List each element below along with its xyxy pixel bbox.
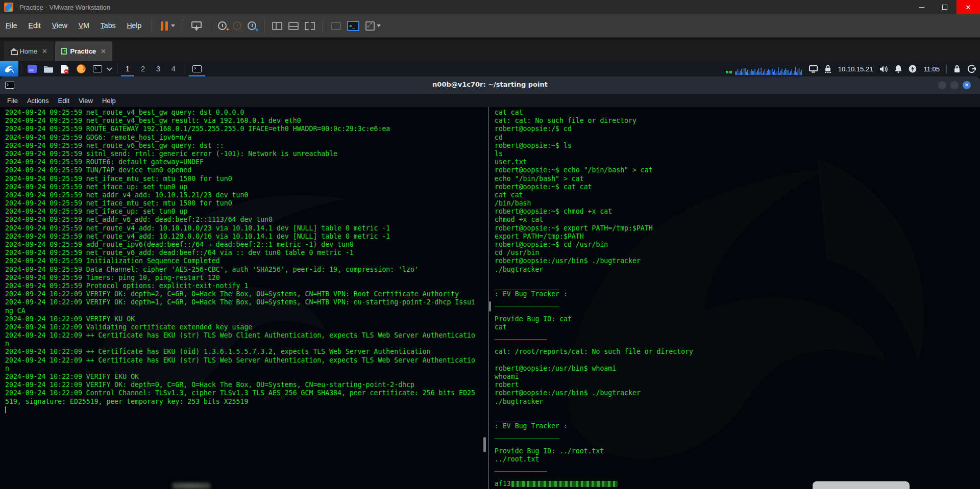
close-button[interactable]: ✕ [957,0,980,14]
vmware-menu-item[interactable]: Help [121,14,147,37]
display-tray-icon[interactable] [809,65,818,73]
console-view-button[interactable]: >_ [344,18,362,34]
chevron-down-icon[interactable] [377,24,381,27]
terminal-shell-line: export PATH=/tmp:$PATH [495,233,980,241]
home-icon [10,48,16,55]
terminal-shell-line: robert@oopsie:/$ cd [495,125,980,133]
terminal-shell-line: robert@oopsie:/usr/bin$ ./bugtracker [495,389,980,397]
clock[interactable]: 11:05 [923,65,940,73]
terminal-pane-left[interactable]: 2024-09-24 09:25:59 net_route_v4_best_gw… [0,107,488,489]
terminal-menu-item[interactable]: Edit [54,97,74,105]
terminal-log-line: 2024-09-24 10:22:09 VERIFY KU OK [5,315,488,323]
vmware-menu-item[interactable]: VM [73,14,95,37]
vmware-tabbar: Home ✕ Practice ✕ [0,38,980,61]
terminal-maximize-button[interactable] [950,81,959,89]
terminal-shell-line: : EV Bug Tracker : [495,290,980,298]
terminal-menu-item[interactable]: Help [97,97,120,105]
firefox-button[interactable] [73,61,89,76]
unity-mode-button[interactable] [328,18,344,34]
document-icon [61,64,69,74]
terminal-log-line: 2024-09-24 09:25:59 GDG6: remote_host_ip… [5,134,488,142]
vmware-menu-item[interactable]: View [46,14,73,37]
green-indicator [729,71,732,73]
show-library-button[interactable] [269,18,285,34]
kali-menu-button[interactable] [0,61,18,76]
vmware-menu-item[interactable]: Tabs [95,14,121,37]
terminal-close-button[interactable]: ✕ [963,81,971,89]
power-manager-icon[interactable] [909,65,917,73]
minimize-button[interactable] [910,0,933,14]
tab-home-label: Home [19,47,37,55]
vmware-menu-item[interactable]: File [0,14,23,37]
terminal-content: 2024-09-24 09:25:59 net_route_v4_best_gw… [0,107,980,489]
vpn-lock-icon[interactable] [824,65,831,73]
terminal-menu-item[interactable]: Actions [22,97,54,105]
terminal-log-line: 2024-09-24 09:25:59 net_route_v4_best_gw… [5,117,488,125]
logout-icon[interactable] [967,65,976,73]
chevron-down-icon[interactable] [107,65,112,71]
terminal-shell-line: robert@oopsie:~$ export PATH=/tmp:$PATH [495,224,980,233]
app-launcher-window[interactable] [24,61,40,76]
fullscreen-icon [365,21,375,31]
pause-vm-button[interactable] [157,18,178,34]
terminal-log-line: 2024-09-24 09:25:59 Data Channel: cipher… [5,266,488,274]
workspace-4[interactable]: 4 [166,61,181,76]
take-snapshot-button[interactable]: + [215,18,230,34]
terminal-log-line: 2024-09-24 09:25:59 ROUTE_GATEWAY 192.16… [5,125,488,133]
workspace-1[interactable]: 1 [120,61,135,76]
terminal-shell-line: cat: cat: No such file or directory [495,117,980,125]
terminal-shell-line: Provide Bug ID: ../root.txt [495,447,980,455]
audio-monitor[interactable] [726,61,802,76]
terminal-titlebar[interactable]: ❯ n00b@v1c70r: ~/starting point ✕ [0,76,980,94]
terminal-shell-line: cat cat [495,191,980,199]
terminal-log-line: 2024-09-24 10:22:09 Control Channel: TLS… [5,389,488,397]
terminal-log-line: ng CA [5,307,488,315]
lock-screen-icon[interactable] [953,65,961,73]
terminal-menu-item[interactable]: View [74,97,97,105]
terminal-shell-line: cat: /root/reports/cat: No such file or … [495,348,980,356]
show-thumbnail-bar-button[interactable] [285,18,302,34]
left-pane-scrollbar[interactable] [483,437,486,452]
pane-divider[interactable] [488,107,489,489]
show-status-bar-button[interactable] [302,18,318,34]
workspace-3[interactable]: 3 [151,61,166,76]
file-manager-button[interactable] [40,61,57,76]
terminal-menu-item[interactable]: File [3,97,22,105]
tab-practice[interactable]: Practice ✕ [55,41,112,61]
manage-snapshots-button[interactable]: 🔧︎ [244,18,259,34]
terminal-pane-right[interactable]: cat catcat: cat: No such file or directo… [492,107,980,489]
vmware-menubar: FileEditViewVMTabsHelp + ← 🔧︎ >_ [0,14,980,38]
terminal-launcher-button[interactable]: $ [89,61,106,76]
vpn-ip-address[interactable]: 10.10.15.21 [838,65,873,73]
censored-blur [173,483,210,489]
revert-snapshot-button[interactable]: ← [230,18,244,34]
terminal-minimize-button[interactable] [938,81,946,89]
taskbar-window-terminal[interactable]: ❯ [187,61,207,76]
notification-bell-icon[interactable] [895,65,902,73]
terminal-shell-line: ________________ [495,430,980,439]
workspace-2[interactable]: 2 [135,61,151,76]
terminal-shell-line: robert [495,381,980,389]
volume-icon[interactable] [879,65,888,73]
vmware-titlebar: Practice - VMware Workstation ✕ [0,0,980,14]
tab-close-icon[interactable]: ✕ [101,47,106,55]
terminal-shell-line: _____________ [495,464,980,472]
right-pane-scrollbar[interactable] [489,301,491,312]
terminal-log-line: 2024-09-24 09:25:59 ROUTE6: default_gate… [5,158,488,166]
fullscreen-button[interactable] [362,18,384,34]
vmware-menu-item[interactable]: Edit [23,14,46,37]
maximize-button[interactable] [933,0,957,14]
text-editor-button[interactable] [57,61,73,76]
terminal-shell-line: cd /usr/bin [495,249,980,257]
taskbar-separator [184,64,184,74]
terminal-log-line: 2024-09-24 10:22:09 VERIFY EKU OK [5,373,488,381]
terminal-log-line: 2024-09-24 09:25:59 net_iface_up: set tu… [5,208,488,216]
terminal-log-line: 2024-09-24 09:25:59 Initialization Seque… [5,257,488,265]
send-ctrl-alt-del-button[interactable] [188,18,205,34]
chevron-down-icon[interactable] [171,24,175,27]
toolbar-separator [264,19,264,33]
terminal-log-line: 2024-09-24 09:25:59 net_route_v4_best_gw… [5,109,488,117]
terminal-log-line: 2024-09-24 10:22:09 ++ Certificate has E… [5,356,488,365]
tab-close-icon[interactable]: ✕ [42,47,47,55]
tab-home[interactable]: Home ✕ [4,41,54,61]
